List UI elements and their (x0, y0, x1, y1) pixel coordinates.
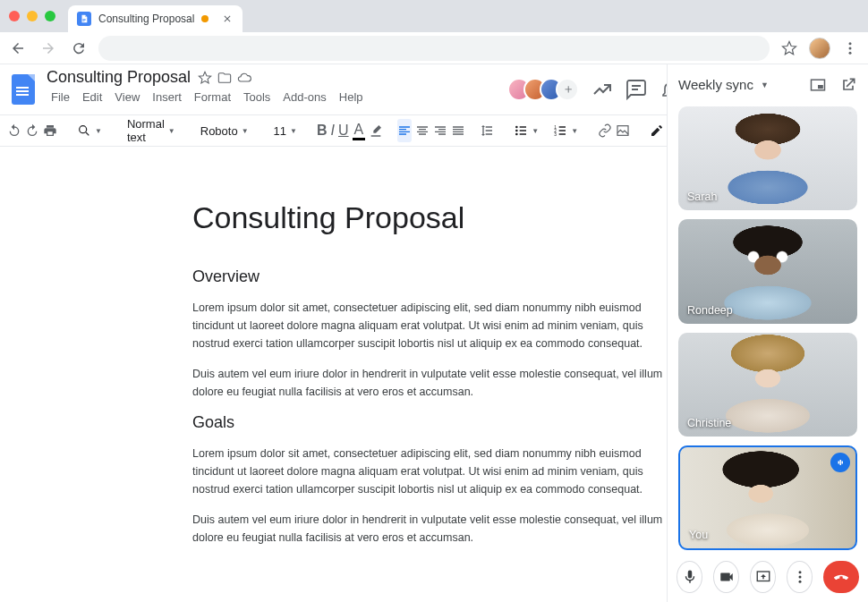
doc-section-heading[interactable]: Overview (192, 267, 676, 286)
svg-point-3 (849, 42, 852, 45)
browser-forward-button[interactable] (38, 38, 59, 59)
formatting-toolbar: ▼ Normal text▼ Roboto▼ 11▼ B I U A ▼ 123… (0, 114, 667, 147)
doc-paragraph[interactable]: Lorem ipsum dolor sit amet, consectetuer… (192, 299, 676, 352)
align-center-icon[interactable] (415, 119, 430, 142)
doc-section-heading[interactable]: Goals (192, 413, 676, 432)
doc-paragraph[interactable]: Lorem ipsum dolor sit amet, consectetuer… (192, 445, 676, 498)
redo-icon[interactable] (25, 119, 39, 142)
menu-file[interactable]: File (47, 89, 74, 106)
participant-name: Rondeep (687, 304, 733, 317)
insert-link-icon[interactable] (598, 119, 612, 142)
comments-icon[interactable] (625, 79, 647, 100)
svg-point-10 (515, 126, 518, 129)
bookmark-star-icon[interactable] (779, 38, 800, 59)
meet-participant-tile[interactable]: Rondeep (678, 219, 857, 323)
align-right-icon[interactable] (433, 119, 447, 142)
print-icon[interactable] (43, 119, 57, 142)
svg-point-11 (515, 130, 518, 132)
menu-insert[interactable]: Insert (148, 89, 186, 106)
italic-icon[interactable]: I (331, 119, 335, 142)
meet-participant-tile[interactable]: Sarah (678, 106, 857, 210)
svg-point-9 (80, 126, 87, 133)
browser-profile-avatar[interactable] (809, 38, 830, 59)
font-family-select[interactable]: Roboto▼ (195, 124, 254, 138)
move-folder-icon[interactable] (217, 71, 232, 85)
leave-call-button[interactable] (823, 561, 859, 593)
bulleted-list-icon[interactable]: ▼ (508, 123, 544, 138)
window-close-button[interactable] (9, 11, 20, 21)
svg-point-12 (515, 133, 518, 136)
document-title[interactable]: Consulting Proposal (47, 68, 191, 87)
zoom-select[interactable]: ▼ (72, 123, 107, 138)
participant-name: Christine (687, 417, 731, 429)
svg-rect-21 (842, 462, 844, 464)
activity-icon[interactable] (591, 79, 613, 100)
insert-image-icon[interactable] (616, 119, 630, 142)
menu-view[interactable]: View (110, 89, 144, 106)
svg-rect-20 (840, 460, 842, 465)
menu-edit[interactable]: Edit (78, 89, 106, 106)
svg-point-23 (798, 571, 801, 573)
picture-in-picture-icon[interactable] (809, 76, 827, 94)
svg-rect-18 (818, 85, 823, 89)
svg-point-25 (798, 581, 801, 583)
toggle-camera-button[interactable] (713, 561, 739, 593)
star-outline-icon[interactable] (198, 71, 212, 85)
cloud-saved-icon[interactable] (237, 71, 251, 85)
meet-call-title[interactable]: Weekly sync (678, 77, 753, 92)
svg-rect-1 (82, 20, 85, 21)
tab-close-button[interactable] (221, 13, 234, 25)
collaborator-avatars[interactable] (507, 78, 579, 101)
meet-panel-header: Weekly sync ▼ (668, 64, 868, 105)
numbered-list-icon[interactable]: 123▼ (548, 123, 583, 138)
docs-favicon-icon (77, 12, 91, 26)
browser-reload-button[interactable] (68, 38, 89, 59)
browser-tab-strip: Consulting Proposal (68, 0, 243, 32)
browser-back-button[interactable] (7, 38, 29, 59)
toggle-mic-button[interactable] (677, 561, 702, 593)
browser-address-bar[interactable] (98, 36, 770, 61)
participant-name: You (689, 529, 708, 541)
present-screen-button[interactable] (750, 561, 776, 593)
mac-title-bar: Consulting Proposal (0, 0, 868, 32)
svg-text:3: 3 (554, 132, 557, 137)
docs-logo-icon[interactable] (7, 73, 39, 106)
chevron-down-icon[interactable]: ▼ (761, 81, 769, 89)
text-color-icon[interactable]: A (353, 119, 366, 142)
meet-side-panel: Weekly sync ▼ Sarah Rondeep Christine Yo… (667, 64, 868, 602)
browser-toolbar (0, 32, 868, 64)
svg-rect-0 (82, 19, 85, 20)
bold-icon[interactable]: B (317, 119, 328, 142)
more-options-button[interactable] (787, 561, 813, 593)
underline-icon[interactable]: U (338, 119, 349, 142)
svg-point-4 (849, 47, 852, 49)
menu-help[interactable]: Help (335, 89, 368, 106)
line-spacing-icon[interactable] (480, 119, 494, 142)
undo-icon[interactable] (7, 119, 21, 142)
editing-mode-icon[interactable]: ▼ (644, 123, 667, 138)
doc-paragraph[interactable]: Duis autem vel eum iriure dolor in hendr… (192, 365, 676, 401)
meet-controls (668, 552, 868, 602)
align-justify-icon[interactable] (451, 119, 465, 142)
window-zoom-button[interactable] (45, 11, 55, 21)
menu-format[interactable]: Format (190, 89, 235, 106)
speaking-indicator-icon (830, 453, 850, 472)
participant-name: Sarah (687, 191, 717, 203)
doc-paragraph[interactable]: Duis autem vel eum iriure dolor in hendr… (192, 511, 676, 547)
collaborator-overflow-icon (556, 78, 579, 101)
window-minimize-button[interactable] (27, 11, 38, 21)
svg-point-24 (798, 576, 801, 579)
menu-add-ons[interactable]: Add-ons (278, 89, 330, 106)
browser-tab[interactable]: Consulting Proposal (68, 5, 243, 32)
open-in-new-icon[interactable] (839, 76, 857, 94)
doc-heading-title[interactable]: Consulting Proposal (192, 200, 676, 235)
align-left-icon[interactable] (397, 119, 412, 142)
browser-menu-button[interactable] (839, 38, 861, 59)
font-size-select[interactable]: 11▼ (268, 124, 302, 138)
meet-participant-tile[interactable]: Christine (678, 333, 857, 437)
menu-tools[interactable]: Tools (239, 89, 275, 106)
meet-self-tile[interactable]: You (678, 445, 857, 550)
paragraph-style-select[interactable]: Normal text▼ (122, 117, 181, 144)
window-controls (9, 11, 55, 21)
highlight-color-icon[interactable] (369, 119, 383, 142)
